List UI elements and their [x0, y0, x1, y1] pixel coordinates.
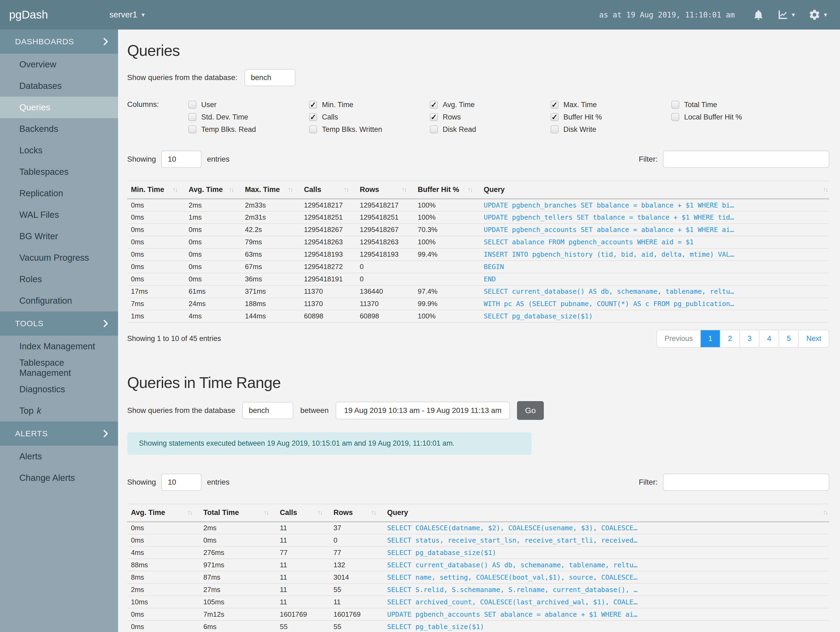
pagination-page-4[interactable]: 4 [759, 330, 778, 347]
sidebar-item-index-management[interactable]: Index Management [0, 336, 118, 357]
sidebar-item-tablespaces[interactable]: Tablespaces [0, 161, 118, 182]
sort-icon[interactable]: ↑↓ [317, 508, 322, 516]
col-buffer-hit[interactable]: Buffer Hit %↑↓ [414, 181, 480, 199]
column-checkbox[interactable] [188, 113, 196, 121]
column-checkbox[interactable] [430, 113, 438, 121]
sort-icon[interactable]: ↑↓ [229, 185, 234, 193]
sidebar-item-roles[interactable]: Roles [0, 268, 118, 290]
column-checkbox[interactable] [671, 113, 679, 121]
column-checkbox[interactable] [671, 101, 679, 109]
server-dropdown[interactable]: server1 ▾ [109, 10, 145, 20]
query-link[interactable]: INSERT INTO pgbench_history (tid, bid, a… [484, 250, 734, 258]
sort-icon[interactable]: ↑↓ [172, 185, 177, 193]
sidebar-item-locks[interactable]: Locks [0, 139, 118, 161]
col-avg-time[interactable]: Avg. Time↑↓ [127, 504, 200, 522]
col-query[interactable]: Query↑↓ [384, 504, 829, 522]
sidebar-item-bg-writer[interactable]: BG Writer [0, 225, 118, 247]
query-link[interactable]: WITH pc AS (SELECT pubname, COUNT(*) AS … [484, 300, 734, 308]
pagination-page-1[interactable]: 1 [700, 330, 720, 347]
column-toggle[interactable]: Calls [309, 113, 430, 121]
pagination-next[interactable]: Next [798, 330, 829, 347]
query-link[interactable]: SELECT S.relid, S.schemaname, S.relname,… [387, 586, 638, 594]
query-link[interactable]: SELECT status, receive_start_lsn, receiv… [387, 537, 638, 544]
pagination-previous[interactable]: Previous [657, 330, 700, 347]
database-input-2[interactable] [242, 402, 293, 419]
col-total-time[interactable]: Total Time↑↓ [200, 504, 276, 522]
sidebar-section-alerts[interactable]: ALERTS [0, 421, 118, 446]
sidebar-item-queries[interactable]: Queries [0, 97, 118, 118]
sort-icon[interactable]: ↑↓ [344, 185, 349, 193]
column-checkbox[interactable] [551, 113, 559, 121]
sidebar-item-alerts[interactable]: Alerts [0, 446, 118, 467]
sidebar-item-overview[interactable]: Overview [0, 54, 118, 75]
pagination-page-2[interactable]: 2 [720, 330, 739, 347]
query-link[interactable]: SELECT pg_database_size($1) [387, 549, 496, 556]
page-size-input[interactable] [161, 150, 202, 168]
sidebar-item-wal-files[interactable]: WAL Files [0, 204, 118, 225]
query-link[interactable]: SELECT name, setting, COALESCE(boot_val,… [387, 573, 638, 581]
column-checkbox[interactable] [430, 125, 438, 133]
sort-icon[interactable]: ↑↓ [371, 508, 376, 516]
query-link[interactable]: SELECT abalance FROM pgbench_accounts WH… [484, 238, 694, 246]
notifications-button[interactable] [753, 9, 764, 21]
sidebar-item-replication[interactable]: Replication [0, 182, 118, 204]
sort-icon[interactable]: ↑↓ [187, 508, 192, 516]
query-link[interactable]: UPDATE pgbench_branches SET bbalance = b… [484, 201, 734, 209]
query-link[interactable]: UPDATE pgbench_accounts SET abalance = a… [387, 610, 638, 618]
column-toggle[interactable]: Local Buffer Hit % [671, 113, 792, 121]
sidebar-item-backends[interactable]: Backends [0, 118, 118, 139]
sidebar-section-dashboards[interactable]: DASHBOARDS [0, 30, 118, 54]
column-checkbox[interactable] [188, 125, 196, 133]
column-checkbox[interactable] [309, 113, 317, 121]
col-query[interactable]: Query↑↓ [480, 181, 829, 199]
page-size-input-2[interactable] [161, 474, 202, 491]
filter-input[interactable] [663, 150, 829, 168]
sidebar-item-tablespace-management[interactable]: Tablespace Management [0, 357, 118, 379]
sidebar-item-change-alerts[interactable]: Change Alerts [0, 467, 118, 489]
filter-input-2[interactable] [663, 474, 829, 491]
col-max-time[interactable]: Max. Time↑↓ [241, 181, 300, 199]
sidebar-section-tools[interactable]: TOOLS [0, 311, 118, 336]
column-toggle[interactable]: Rows [430, 113, 551, 121]
query-link[interactable]: SELECT current_database() AS db, scheman… [387, 561, 638, 569]
database-input[interactable] [245, 69, 295, 86]
column-toggle[interactable]: Temp Blks. Read [188, 125, 309, 134]
column-toggle[interactable]: Std. Dev. Time [188, 113, 309, 121]
query-link[interactable]: SELECT COALESCE(datname, $2), COALESCE(u… [387, 524, 638, 532]
settings-menu-button[interactable]: ▾ [808, 9, 827, 21]
column-checkbox[interactable] [551, 125, 559, 133]
sidebar-item-databases[interactable]: Databases [0, 75, 118, 97]
column-checkbox[interactable] [188, 101, 196, 109]
column-toggle[interactable]: Disk Write [551, 125, 671, 134]
column-toggle[interactable]: Total Time [671, 101, 792, 109]
column-toggle[interactable]: Temp Blks. Written [309, 125, 430, 134]
query-link[interactable]: UPDATE pgbench_accounts SET abalance = a… [484, 226, 734, 234]
query-link[interactable]: SELECT pg_database_size($1) [484, 312, 593, 320]
column-toggle[interactable]: Avg. Time [430, 101, 551, 109]
sidebar-item-top-k[interactable]: Topk [0, 400, 118, 421]
query-link[interactable]: SELECT pg_table_size($1) [387, 623, 484, 630]
column-toggle[interactable]: Min. Time [309, 101, 430, 109]
column-toggle[interactable]: Max. Time [551, 101, 671, 109]
col-avg-time[interactable]: Avg. Time↑↓ [185, 181, 241, 199]
col-rows[interactable]: Rows↑↓ [330, 504, 384, 522]
sort-icon[interactable]: ↑↓ [823, 508, 828, 516]
query-link[interactable]: UPDATE pgbench_tellers SET tbalance = tb… [484, 214, 734, 221]
sort-icon[interactable]: ↑↓ [264, 508, 268, 516]
go-button[interactable]: Go [517, 401, 544, 420]
col-calls[interactable]: Calls↑↓ [300, 181, 356, 199]
sidebar-item-vacuum-progress[interactable]: Vacuum Progress [0, 247, 118, 268]
column-checkbox[interactable] [551, 101, 559, 109]
column-toggle[interactable]: User [188, 101, 309, 109]
query-link[interactable]: SELECT current_database() AS db, scheman… [484, 288, 734, 295]
pagination-page-5[interactable]: 5 [778, 330, 798, 347]
query-link[interactable]: END [484, 275, 496, 283]
column-checkbox[interactable] [309, 125, 317, 133]
col-calls[interactable]: Calls↑↓ [276, 504, 330, 522]
col-min-time[interactable]: Min. Time↑↓ [127, 181, 185, 199]
sort-icon[interactable]: ↑↓ [288, 185, 293, 193]
column-checkbox[interactable] [309, 101, 317, 109]
pagination-page-3[interactable]: 3 [739, 330, 759, 347]
date-range-input[interactable] [336, 402, 510, 419]
charts-menu-button[interactable]: ▾ [777, 9, 795, 21]
